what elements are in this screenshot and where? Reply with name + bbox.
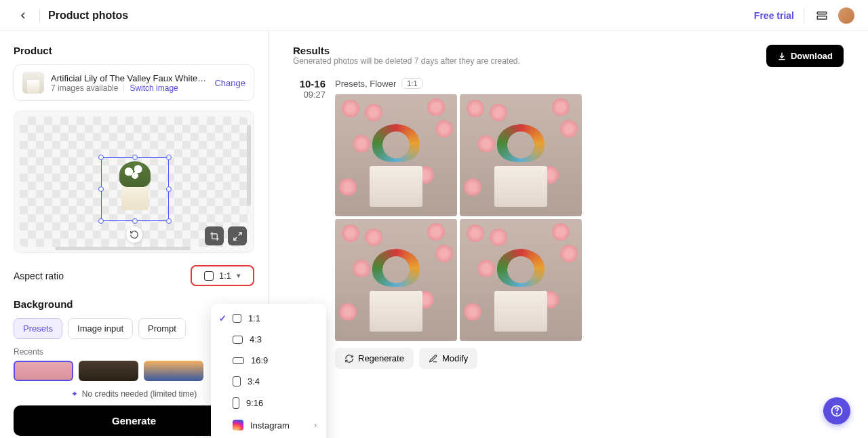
crop-button[interactable] <box>205 226 224 245</box>
product-thumbnail <box>22 72 44 94</box>
result-thumbnail[interactable] <box>335 94 457 216</box>
ratio-option-9-16[interactable]: 9:16 <box>211 392 326 414</box>
svg-point-5 <box>837 414 837 414</box>
edit-icon <box>429 354 438 363</box>
result-time: 09:27 <box>293 89 326 100</box>
chevron-down-icon: ▾ <box>237 271 241 280</box>
svg-line-2 <box>238 232 241 235</box>
product-card: Artificial Lily of The Valley Faux White… <box>14 64 254 101</box>
tab-prompt[interactable]: Prompt <box>138 318 186 339</box>
resize-handle[interactable] <box>98 155 104 160</box>
selection-box[interactable] <box>101 157 169 221</box>
resize-handle[interactable] <box>166 186 172 192</box>
modify-button[interactable]: Modify <box>419 348 477 369</box>
ratio-option-label: 9:16 <box>246 398 263 408</box>
svg-rect-0 <box>817 12 827 14</box>
expand-button[interactable] <box>228 226 247 245</box>
result-thumbnail[interactable] <box>460 94 582 216</box>
resize-handle[interactable] <box>98 186 104 192</box>
separator <box>804 8 804 23</box>
ratio-option-label: 4:3 <box>250 334 262 344</box>
expand-icon <box>233 231 243 241</box>
download-label: Download <box>791 51 833 61</box>
download-button[interactable]: Download <box>766 45 844 67</box>
svg-line-3 <box>233 237 236 239</box>
scrollbar-vertical[interactable] <box>247 125 251 206</box>
aspect-ratio-label: Aspect ratio <box>14 271 64 281</box>
resize-handle[interactable] <box>132 155 138 160</box>
avatar[interactable] <box>838 7 854 24</box>
ratio-option-label: 3:4 <box>248 376 260 386</box>
queue-icon <box>816 9 828 22</box>
ratio-icon <box>233 336 243 344</box>
change-product-link[interactable]: Change <box>214 78 245 88</box>
ratio-icon <box>204 271 214 281</box>
results-subtitle: Generated photos will be deleted 7 days … <box>293 56 520 66</box>
result-thumbnail[interactable] <box>460 219 582 341</box>
resize-handle[interactable] <box>166 155 172 160</box>
product-section-heading: Product <box>14 45 254 56</box>
chevron-right-icon: › <box>314 420 317 430</box>
help-icon <box>830 404 844 418</box>
regenerate-label: Regenerate <box>358 353 404 363</box>
credits-note-text: No credits needed (limited time) <box>82 389 197 399</box>
ratio-option-instagram[interactable]: Instagram › <box>211 414 326 436</box>
separator <box>39 8 40 23</box>
instagram-icon <box>233 420 243 431</box>
ratio-icon <box>233 314 241 323</box>
ratio-option-4-3[interactable]: 4:3 <box>211 329 326 350</box>
result-date: 10-16 <box>293 78 326 89</box>
ratio-badge: 1:1 <box>401 78 422 89</box>
recent-preset-thumb[interactable] <box>144 361 203 381</box>
recent-preset-thumb[interactable] <box>14 361 73 381</box>
ratio-icon <box>233 357 244 364</box>
separator <box>123 84 124 92</box>
rotate-icon <box>130 230 139 239</box>
result-tags: Presets, Flower <box>335 79 396 89</box>
aspect-ratio-dropdown-button[interactable]: 1:1 ▾ <box>191 265 254 286</box>
svg-rect-1 <box>817 16 827 19</box>
ratio-icon <box>233 376 241 386</box>
result-thumbnail[interactable] <box>335 219 457 341</box>
ratio-option-16-9[interactable]: 16:9 <box>211 350 326 371</box>
resize-handle[interactable] <box>132 218 138 224</box>
tab-image-input[interactable]: Image input <box>68 318 133 339</box>
aspect-ratio-dropdown: ✓ 1:1 4:3 16:9 3:4 9:16 Inst <box>211 304 326 438</box>
free-trial-link[interactable]: Free trial <box>754 10 794 21</box>
ratio-option-label: 16:9 <box>251 355 268 365</box>
page-title: Product photos <box>48 9 128 22</box>
modify-label: Modify <box>442 353 468 363</box>
tab-presets[interactable]: Presets <box>14 318 62 339</box>
product-name: Artificial Lily of The Valley Faux White… <box>51 73 208 83</box>
help-button[interactable] <box>823 397 850 424</box>
crop-icon <box>210 231 220 241</box>
refresh-icon <box>344 354 354 363</box>
chevron-left-icon <box>18 10 28 21</box>
ratio-option-label: 1:1 <box>248 313 260 323</box>
check-icon: ✓ <box>219 313 226 323</box>
resize-handle[interactable] <box>98 218 104 224</box>
results-title: Results <box>293 45 520 56</box>
ratio-option-3-4[interactable]: 3:4 <box>211 371 326 392</box>
queue-icon-button[interactable] <box>812 6 831 25</box>
aspect-ratio-value: 1:1 <box>219 271 231 281</box>
scrollbar-horizontal[interactable] <box>55 247 191 250</box>
images-available: 7 images available <box>51 83 118 93</box>
ratio-icon <box>233 397 239 409</box>
ratio-option-1-1[interactable]: ✓ 1:1 <box>211 308 326 329</box>
download-icon <box>777 52 787 61</box>
switch-image-link[interactable]: Switch image <box>130 83 178 93</box>
recent-preset-thumb[interactable] <box>79 361 138 381</box>
ratio-option-label: Instagram <box>250 420 290 431</box>
resize-handle[interactable] <box>166 218 172 224</box>
sparkle-icon: ✦ <box>71 389 78 399</box>
image-canvas[interactable] <box>14 111 254 253</box>
rotate-button[interactable] <box>126 226 142 243</box>
regenerate-button[interactable]: Regenerate <box>335 348 414 369</box>
back-button[interactable] <box>14 6 33 25</box>
